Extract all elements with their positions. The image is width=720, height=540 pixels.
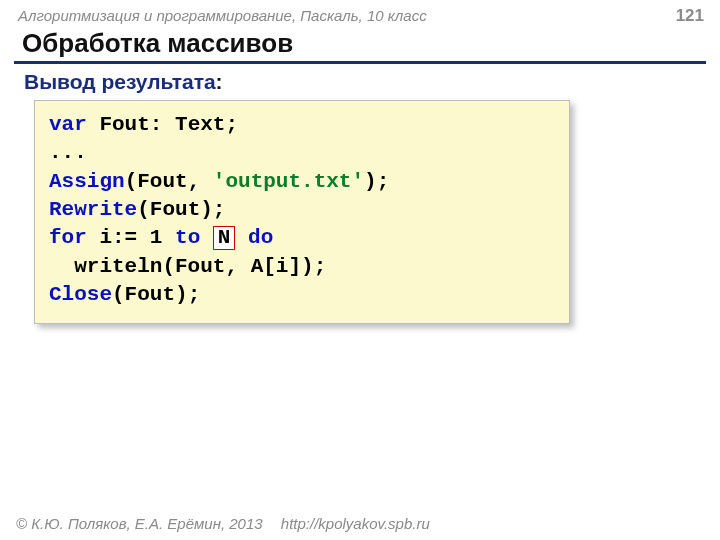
code-text: (Fout, bbox=[125, 170, 213, 193]
subtitle-colon: : bbox=[216, 70, 223, 93]
kw-assign: Assign bbox=[49, 170, 125, 193]
page-number: 121 bbox=[676, 6, 704, 26]
kw-to: to bbox=[175, 226, 200, 249]
kw-rewrite: Rewrite bbox=[49, 198, 137, 221]
code-text bbox=[235, 226, 248, 249]
code-block: var Fout: Text; ... Assign(Fout, 'output… bbox=[34, 100, 570, 324]
kw-for: for bbox=[49, 226, 87, 249]
highlight-n: N bbox=[213, 226, 236, 250]
kw-var: var bbox=[49, 113, 87, 136]
code-text: i:= 1 bbox=[87, 226, 175, 249]
code-text: (Fout); bbox=[112, 283, 200, 306]
title-rule bbox=[14, 61, 706, 64]
code-text: Fout: Text; bbox=[87, 113, 238, 136]
kw-close: Close bbox=[49, 283, 112, 306]
page-title: Обработка массивов bbox=[0, 28, 720, 61]
slide-footer: © К.Ю. Поляков, Е.А. Ерёмин, 2013 http:/… bbox=[0, 509, 720, 540]
string-literal: 'output.txt' bbox=[213, 170, 364, 193]
subtitle-text: Вывод результата bbox=[24, 70, 216, 93]
code-text: ); bbox=[364, 170, 389, 193]
course-title: Алгоритмизация и программирование, Паска… bbox=[18, 7, 427, 24]
slide-header: Алгоритмизация и программирование, Паска… bbox=[0, 0, 720, 28]
code-text: ... bbox=[49, 141, 87, 164]
code-text: writeln(Fout, A[i]); bbox=[49, 255, 326, 278]
section-subtitle: Вывод результата: bbox=[0, 70, 720, 100]
copyright: © К.Ю. Поляков, Е.А. Ерёмин, 2013 bbox=[16, 515, 263, 532]
footer-url: http://kpolyakov.spb.ru bbox=[281, 515, 430, 532]
code-text: (Fout); bbox=[137, 198, 225, 221]
code-text bbox=[200, 226, 213, 249]
kw-do: do bbox=[248, 226, 273, 249]
